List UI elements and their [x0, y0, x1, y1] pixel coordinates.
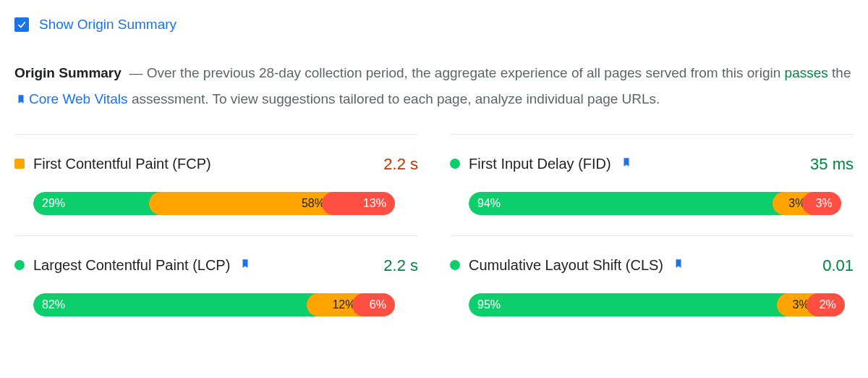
metric-value: 0.01: [822, 253, 854, 277]
segment-good: 95%: [469, 293, 788, 316]
show-origin-summary-row: Show Origin Summary: [14, 14, 854, 35]
status-circle-icon: [14, 260, 25, 270]
origin-summary-title: Origin Summary: [14, 65, 122, 80]
metric-header: Cumulative Layout Shift (CLS) 0.01: [450, 253, 854, 277]
status-square-icon: [14, 159, 25, 169]
segment-mid: 58%: [149, 192, 333, 215]
metric-value: 2.2 s: [383, 152, 418, 176]
show-origin-summary-label[interactable]: Show Origin Summary: [39, 14, 176, 35]
metric-header: Largest Contentful Paint (LCP) 2.2 s: [14, 253, 418, 277]
segment-bad: 13%: [322, 192, 395, 215]
origin-summary-paragraph: Origin Summary — Over the previous 28-da…: [14, 60, 854, 114]
core-web-vitals-link[interactable]: Core Web Vitals: [29, 91, 128, 106]
origin-summary-text-3: assessment. To view suggestions tailored…: [132, 91, 660, 106]
segment-bad: 6%: [352, 293, 395, 316]
metric-name: First Contentful Paint (FCP): [33, 153, 211, 175]
show-origin-summary-checkbox[interactable]: [14, 17, 29, 32]
segment-good: 82%: [33, 293, 318, 316]
origin-summary-text-1: — Over the previous 28-day collection pe…: [129, 65, 780, 80]
distribution-bar: 95% 3% 2%: [469, 293, 854, 316]
passes-word: passes: [785, 65, 828, 80]
bookmark-icon: [240, 256, 250, 275]
distribution-bar: 29% 58% 13%: [33, 192, 418, 215]
segment-bad: 2%: [807, 293, 845, 316]
metric-header: First Input Delay (FID) 35 ms: [450, 152, 854, 176]
bookmark-icon: [673, 256, 684, 275]
metric-cls: Cumulative Layout Shift (CLS) 0.01 95% 3…: [450, 235, 854, 337]
metric-name: Cumulative Layout Shift (CLS): [469, 254, 663, 276]
metric-fid: First Input Delay (FID) 35 ms 94% 3% 3%: [450, 134, 854, 235]
origin-summary-text-2: the: [832, 65, 851, 80]
distribution-bar: 82% 12% 6%: [33, 293, 418, 316]
metric-name: Largest Contentful Paint (LCP): [33, 254, 230, 276]
metric-name: First Input Delay (FID): [469, 153, 611, 175]
distribution-bar: 94% 3% 3%: [469, 192, 854, 215]
metric-value: 2.2 s: [383, 253, 418, 277]
metric-lcp: Largest Contentful Paint (LCP) 2.2 s 82%…: [14, 235, 418, 337]
bookmark-icon: [621, 154, 631, 174]
segment-bad: 3%: [802, 192, 841, 215]
metric-fcp: First Contentful Paint (FCP) 2.2 s 29% 5…: [14, 134, 418, 235]
bookmark-icon: [16, 88, 26, 114]
status-circle-icon: [450, 159, 460, 169]
segment-good: 94%: [469, 192, 784, 215]
metric-header: First Contentful Paint (FCP) 2.2 s: [14, 152, 418, 176]
segment-good: 29%: [33, 192, 161, 215]
metric-value: 35 ms: [810, 152, 854, 176]
status-circle-icon: [450, 260, 460, 270]
metrics-grid: First Contentful Paint (FCP) 2.2 s 29% 5…: [14, 134, 854, 337]
